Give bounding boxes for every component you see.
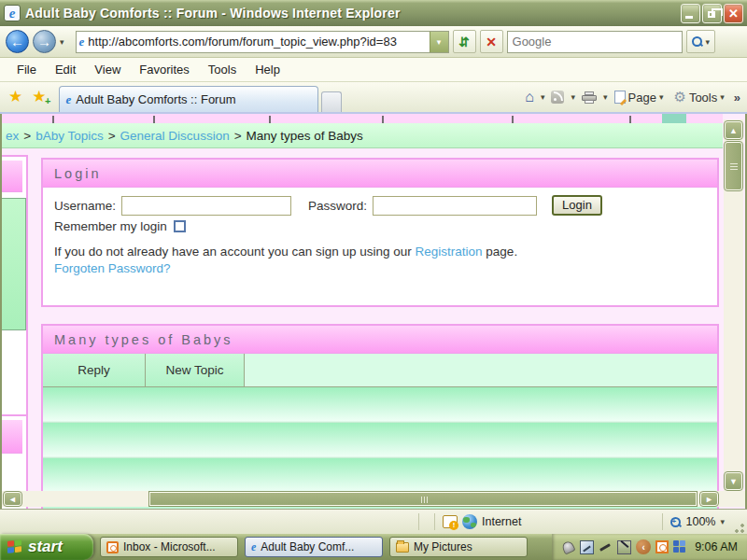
messenger-tray-icon[interactable]	[673, 540, 686, 553]
print-button[interactable]	[578, 90, 600, 105]
tools-menu-button[interactable]: ⚙ Tools ▾	[669, 87, 727, 107]
taskbar-item-my-pictures[interactable]: My Pictures	[389, 537, 528, 557]
restore-button[interactable]	[702, 4, 722, 23]
print-dropdown-icon[interactable]: ▾	[603, 92, 608, 102]
close-button[interactable]: ✕	[724, 4, 743, 23]
scroll-down-button[interactable]: ▼	[725, 472, 742, 490]
login-panel: Login Username: Password: Login Remember…	[41, 158, 719, 307]
language-bar-tray-icon[interactable]	[580, 540, 594, 554]
taskbar-clock: 9:06 AM	[695, 540, 738, 553]
resize-grip[interactable]	[734, 523, 745, 534]
menu-tools[interactable]: Tools	[199, 60, 246, 79]
page-favicon-icon: e	[79, 35, 85, 49]
login-button[interactable]: Login	[552, 195, 602, 216]
search-dropdown-icon[interactable]: ▾	[706, 37, 711, 47]
clipped-fragment	[662, 114, 686, 123]
reminder-tray-icon[interactable]	[655, 540, 669, 553]
window-title: Adult Baby Comforts :: Forum - Windows I…	[25, 6, 676, 21]
back-button[interactable]: ←	[6, 30, 29, 53]
tab-adult-baby-comforts[interactable]: e Adult Baby Comforts :: Forum	[59, 86, 318, 112]
refresh-icon: ⇵	[458, 35, 470, 49]
breadcrumb: ex > bAby Topics > General Discussion > …	[2, 123, 723, 148]
home-button[interactable]: ⌂	[521, 87, 538, 107]
username-field[interactable]	[121, 196, 291, 216]
status-bar: Internet + 100% ▾	[0, 509, 747, 534]
address-input[interactable]	[88, 33, 429, 51]
breadcrumb-general-discussion-link[interactable]: General Discussion	[120, 129, 230, 143]
topic-action-row: Reply New Topic	[43, 354, 717, 387]
registration-link[interactable]: Registration	[416, 245, 483, 259]
forgotten-password-link[interactable]: Forgoten Password?	[54, 261, 171, 275]
system-tray: ‹ 9:06 AM	[552, 534, 747, 560]
scroll-up-button[interactable]: ▲	[725, 121, 742, 139]
title-bar[interactable]: e Adult Baby Comforts :: Forum - Windows…	[0, 0, 747, 26]
reply-button[interactable]: Reply	[43, 354, 146, 386]
feeds-dropdown-icon[interactable]: ▾	[571, 92, 575, 102]
toolbar-overflow-icon[interactable]: »	[731, 91, 743, 105]
topic-panel-title: Many types of Babys	[43, 326, 717, 354]
security-zone-label: Internet	[482, 515, 521, 528]
password-field[interactable]	[373, 196, 537, 216]
pen-tray-icon[interactable]	[599, 540, 613, 554]
minimize-button[interactable]	[681, 4, 700, 23]
tray-chevron-icon[interactable]: ‹	[636, 539, 651, 554]
tab-favicon-icon: e	[66, 92, 72, 107]
tab-bar: ★ ★+ e Adult Baby Comforts :: Forum ⌂ ▾ …	[0, 82, 747, 114]
address-dropdown-icon[interactable]: ▾	[430, 32, 448, 52]
scroll-left-button[interactable]: ◄	[4, 492, 21, 506]
home-icon: ⌂	[525, 89, 534, 105]
taskbar-item-inbox[interactable]: Inbox - Microsoft...	[100, 537, 238, 557]
menu-help[interactable]: Help	[246, 60, 289, 79]
navigation-bar: ← → ▾ e ▾ ⇵ ✕ ▾	[0, 26, 747, 58]
refresh-button[interactable]: ⇵	[453, 30, 476, 53]
start-button[interactable]: start	[0, 534, 93, 560]
add-favorite-button[interactable]: ★+	[27, 87, 50, 112]
horizontal-scrollbar-thumb[interactable]	[149, 492, 697, 506]
forward-button[interactable]: →	[33, 30, 56, 53]
new-topic-button[interactable]: New Topic	[146, 354, 245, 386]
search-button[interactable]: ▾	[686, 30, 716, 53]
breadcrumb-baby-topics-link[interactable]: bAby Topics	[35, 129, 104, 143]
sidebar-box-clipped	[0, 155, 28, 424]
history-dropdown-icon[interactable]: ▾	[60, 37, 64, 47]
clipped-nav-strip	[2, 114, 723, 123]
favorites-center-button[interactable]: ★	[4, 87, 27, 112]
zoom-control[interactable]: + 100% ▾	[670, 515, 725, 528]
new-tab-button[interactable]	[321, 91, 342, 112]
menu-favorites[interactable]: Favorites	[130, 60, 198, 79]
login-panel-title: Login	[43, 160, 717, 188]
topic-panel: Many types of Babys Reply New Topic	[41, 324, 719, 509]
feeds-button[interactable]	[547, 89, 568, 105]
minimize-icon	[685, 16, 693, 19]
restore-icon	[708, 11, 715, 18]
menu-view[interactable]: View	[85, 60, 130, 79]
sidebar-box-2-header	[0, 420, 22, 454]
rss-icon	[551, 91, 564, 104]
zoom-icon: +	[670, 517, 681, 527]
page-menu-button[interactable]: Page ▾	[611, 89, 668, 106]
stop-button[interactable]: ✕	[480, 30, 503, 53]
gear-icon: ⚙	[673, 89, 685, 105]
breadcrumb-index-link[interactable]: ex	[6, 129, 19, 143]
search-box[interactable]	[507, 31, 683, 53]
signup-text: If you do not already have an account yo…	[54, 245, 412, 259]
address-bar[interactable]: e ▾	[76, 31, 449, 53]
browser-viewport: ex > bAby Topics > General Discussion > …	[0, 114, 747, 509]
menu-file[interactable]: File	[7, 60, 46, 79]
remember-login-label: Remember my login	[54, 219, 167, 233]
tablet-pen-tray-icon[interactable]	[617, 540, 631, 554]
menu-edit[interactable]: Edit	[46, 60, 85, 79]
taskbar-item-ie[interactable]: e Adult Baby Comf...	[245, 537, 383, 557]
scroll-right-button[interactable]: ►	[700, 492, 718, 506]
zoom-dropdown-icon[interactable]: ▾	[720, 517, 725, 526]
tools-dropdown-icon: ▾	[720, 92, 725, 102]
stop-icon: ✕	[486, 35, 497, 49]
microphone-tray-icon[interactable]	[561, 539, 576, 554]
search-input[interactable]	[513, 33, 682, 51]
page-alert-icon[interactable]	[443, 515, 458, 528]
outlook-icon	[106, 541, 119, 553]
username-label: Username:	[54, 199, 116, 213]
home-dropdown-icon[interactable]: ▾	[541, 92, 545, 102]
remember-login-checkbox[interactable]	[174, 220, 186, 232]
vertical-scrollbar-thumb[interactable]	[725, 142, 742, 190]
